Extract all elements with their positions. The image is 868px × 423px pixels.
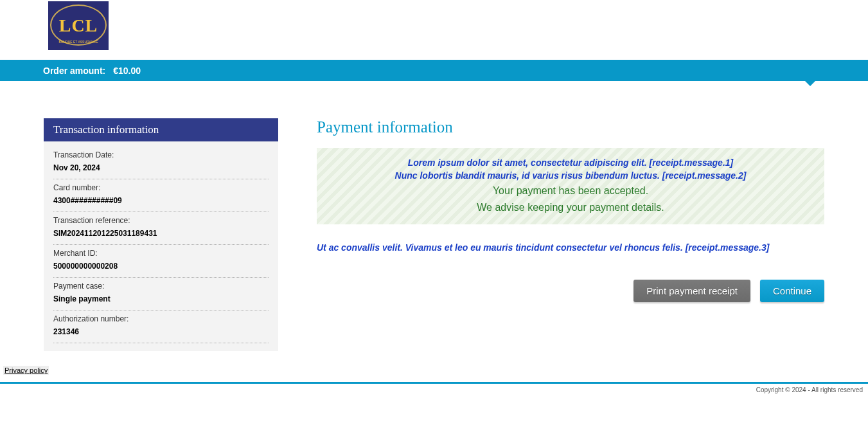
payment-advice-message: We advise keeping your payment details. — [330, 200, 811, 215]
receipt-message-3: Ut ac convallis velit. Vivamus et leo eu… — [317, 242, 824, 253]
print-receipt-button[interactable]: Print payment receipt — [633, 280, 750, 302]
footer-links: Privacy policy — [0, 364, 868, 377]
privacy-policy-link[interactable]: Privacy policy — [3, 366, 49, 375]
trans-item-payment-case: Payment case: Single payment — [53, 278, 269, 310]
trans-item-card: Card number: 4300##########09 — [53, 179, 269, 212]
trans-item-auth-number: Authorization number: 231346 — [53, 310, 269, 343]
payment-accepted-message: Your payment has been accepted. — [330, 183, 811, 199]
order-amount-label: Order amount: — [43, 66, 105, 76]
trans-item-merchant: Merchant ID: 500000000000208 — [53, 245, 269, 278]
trans-label: Transaction reference: — [53, 216, 269, 225]
main-content: Transaction information Transaction Date… — [0, 81, 868, 364]
trans-value: 4300##########09 — [53, 196, 269, 205]
logo-container: LCL BANQUE ET ASSURANCE — [48, 1, 868, 50]
triangle-pointer-icon — [805, 81, 815, 86]
trans-label: Merchant ID: — [53, 249, 269, 258]
page-title: Payment information — [317, 118, 824, 136]
order-amount-value: €10.00 — [113, 66, 141, 76]
trans-item-reference: Transaction reference: SIM20241120122503… — [53, 212, 269, 245]
logo-main-text: LCL — [59, 15, 98, 36]
order-amount-bar: Order amount: €10.00 — [0, 60, 868, 81]
continue-button[interactable]: Continue — [760, 280, 824, 302]
lcl-logo: LCL BANQUE ET ASSURANCE — [48, 1, 109, 50]
trans-label: Payment case: — [53, 282, 269, 291]
trans-value: Single payment — [53, 294, 269, 303]
trans-item-date: Transaction Date: Nov 20, 2024 — [53, 147, 269, 179]
button-row: Print payment receipt Continue — [317, 280, 824, 302]
trans-label: Transaction Date: — [53, 150, 269, 159]
receipt-message-box: Lorem ipsum dolor sit amet, consectetur … — [317, 148, 824, 224]
payment-content: Payment information Lorem ipsum dolor si… — [317, 118, 824, 302]
sidebar-title: Transaction information — [44, 118, 278, 141]
receipt-message-1: Lorem ipsum dolor sit amet, consectetur … — [330, 157, 811, 170]
trans-value: Nov 20, 2024 — [53, 163, 269, 172]
trans-value: 500000000000208 — [53, 262, 269, 271]
header: LCL BANQUE ET ASSURANCE — [0, 0, 868, 60]
trans-value: SIM202411201225031189431 — [53, 229, 269, 238]
receipt-message-2: Nunc lobortis blandit mauris, id varius … — [330, 170, 811, 183]
sidebar-body: Transaction Date: Nov 20, 2024 Card numb… — [44, 141, 278, 351]
transaction-sidebar: Transaction information Transaction Date… — [44, 118, 278, 351]
footer-copyright: Copyright © 2024 - All rights reserved — [0, 384, 868, 396]
trans-value: 231346 — [53, 327, 269, 336]
trans-label: Authorization number: — [53, 314, 269, 323]
logo-sub-text: BANQUE ET ASSURANCE — [58, 40, 98, 44]
trans-label: Card number: — [53, 183, 269, 192]
